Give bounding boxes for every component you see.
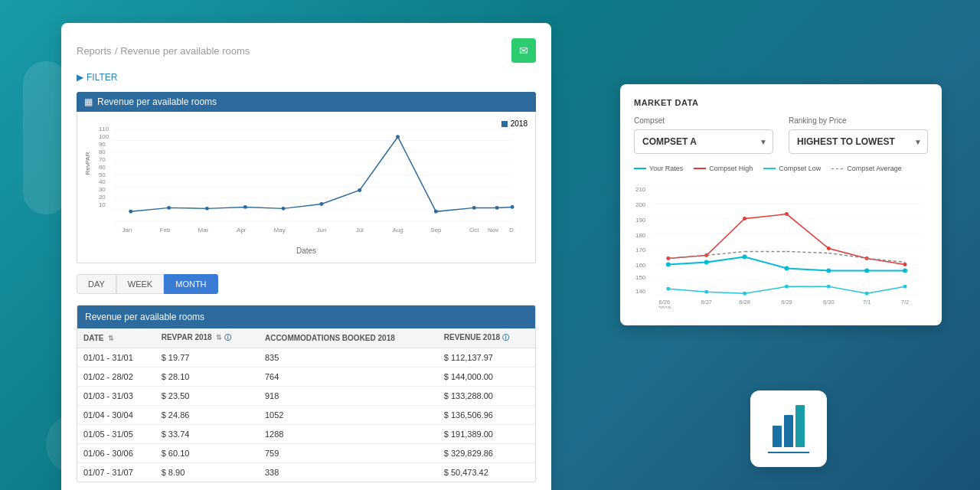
svg-text:90: 90 bbox=[99, 141, 106, 148]
chart-header: ▦ Revenue per available rooms bbox=[77, 92, 536, 112]
market-legend: Your Rates Compset High Compset Low Comp… bbox=[634, 165, 928, 172]
svg-text:20: 20 bbox=[99, 194, 106, 201]
data-table: DATE ⇅ REVPAR 2018 ⇅ ⓘ ACCOMMODATIONS BO… bbox=[77, 328, 535, 482]
chart-legend: 2018 bbox=[501, 119, 528, 128]
data-table-container: Revenue per available rooms DATE ⇅ REVPA… bbox=[77, 305, 536, 482]
info-icon-revenue: ⓘ bbox=[502, 334, 509, 341]
svg-text:RevPAR: RevPAR bbox=[85, 152, 91, 175]
revenue-chart: ▦ Revenue per available rooms 2018 110 1… bbox=[77, 92, 536, 263]
svg-point-30 bbox=[472, 206, 476, 210]
svg-text:80: 80 bbox=[99, 149, 106, 155]
legend-your-rates: Your Rates bbox=[634, 165, 683, 172]
svg-point-80 bbox=[865, 292, 869, 296]
svg-point-78 bbox=[785, 285, 789, 289]
day-button[interactable]: DAY bbox=[77, 274, 116, 294]
svg-point-24 bbox=[243, 205, 247, 209]
svg-text:170: 170 bbox=[635, 247, 646, 253]
svg-point-64 bbox=[784, 266, 789, 270]
svg-text:6/29: 6/29 bbox=[781, 299, 792, 305]
svg-text:150: 150 bbox=[635, 274, 646, 281]
icon-card bbox=[750, 390, 827, 467]
svg-text:6/30: 6/30 bbox=[823, 299, 835, 305]
col-accommodations: ACCOMMODATIONS BOOKED 2018 bbox=[259, 328, 438, 348]
svg-text:200: 200 bbox=[635, 201, 646, 208]
info-icon: ⓘ bbox=[224, 334, 231, 341]
svg-text:30: 30 bbox=[99, 186, 106, 193]
compset-control: Compset COMPSET A COMPSET B COMPSET C ▼ bbox=[634, 116, 773, 154]
svg-text:May: May bbox=[274, 227, 286, 234]
chart-legend-year: 2018 bbox=[511, 119, 528, 128]
compset-select[interactable]: COMPSET A COMPSET B COMPSET C bbox=[634, 129, 773, 154]
svg-line-85 bbox=[786, 251, 828, 253]
table-header: Revenue per available rooms bbox=[77, 305, 535, 328]
chart-x-label: Dates bbox=[85, 247, 528, 255]
page-subtitle: / Revenue per available rooms bbox=[115, 45, 250, 57]
bar-icon bbox=[773, 405, 805, 452]
svg-point-31 bbox=[495, 206, 499, 210]
table-row: 01/04 - 30/04 $ 24.86 1052 $ 136,506.96 bbox=[77, 406, 535, 425]
svg-point-70 bbox=[743, 217, 746, 220]
table-row: 01/03 - 31/03 $ 23.50 918 $ 133,288.00 bbox=[77, 387, 535, 406]
table-row: 01/01 - 31/01 $ 19.77 835 $ 112,137.97 bbox=[77, 348, 535, 368]
svg-text:70: 70 bbox=[99, 156, 106, 163]
svg-point-29 bbox=[434, 210, 438, 214]
bar-3 bbox=[795, 405, 805, 447]
line-chart-svg: 110 100 90 80 70 60 50 40 30 20 10 RevPA… bbox=[85, 119, 528, 242]
filter-label: FILTER bbox=[87, 72, 117, 83]
bar-2 bbox=[784, 415, 793, 447]
table-row: 01/06 - 30/06 $ 60.10 759 $ 329,829.86 bbox=[77, 444, 535, 463]
svg-text:Nov: Nov bbox=[488, 227, 498, 234]
market-chart-svg: 210 200 190 180 170 160 150 140 bbox=[634, 178, 928, 309]
week-button[interactable]: WEEK bbox=[116, 274, 164, 294]
bar-icon-container bbox=[768, 405, 809, 453]
svg-point-66 bbox=[864, 268, 869, 273]
table-row: 01/07 - 31/07 $ 8.90 338 $ 50,473.42 bbox=[77, 463, 535, 482]
col-revenue: REVENUE 2018 ⓘ bbox=[438, 328, 535, 348]
svg-point-74 bbox=[903, 263, 907, 266]
sort-icon[interactable]: ⇅ bbox=[108, 335, 114, 342]
sort-icon[interactable]: ⇅ bbox=[216, 334, 222, 341]
svg-text:160: 160 bbox=[635, 262, 646, 269]
svg-point-25 bbox=[282, 207, 286, 211]
svg-point-23 bbox=[205, 207, 209, 211]
legend-line-compset-avg bbox=[831, 168, 844, 169]
svg-text:60: 60 bbox=[99, 164, 106, 171]
svg-point-26 bbox=[319, 202, 323, 206]
svg-text:D.: D. bbox=[509, 227, 515, 234]
table-header-row: DATE ⇅ REVPAR 2018 ⇅ ⓘ ACCOMMODATIONS BO… bbox=[77, 328, 535, 348]
col-date: DATE ⇅ bbox=[77, 328, 155, 348]
market-data-title: MARKET DATA bbox=[634, 98, 928, 107]
reports-header: Reports / Revenue per available rooms ✉ bbox=[77, 38, 536, 63]
svg-point-61 bbox=[666, 262, 671, 266]
svg-text:180: 180 bbox=[635, 232, 646, 239]
col-revpar: REVPAR 2018 ⇅ ⓘ bbox=[155, 328, 259, 348]
svg-point-27 bbox=[358, 188, 361, 192]
svg-text:Mar: Mar bbox=[198, 227, 209, 234]
svg-text:6/28: 6/28 bbox=[739, 299, 750, 305]
svg-text:190: 190 bbox=[635, 217, 646, 224]
svg-text:Oct: Oct bbox=[469, 227, 479, 234]
table-body: 01/01 - 31/01 $ 19.77 835 $ 112,137.97 0… bbox=[77, 348, 535, 482]
svg-point-72 bbox=[827, 247, 831, 250]
email-button[interactable]: ✉ bbox=[511, 38, 536, 63]
svg-text:Jun: Jun bbox=[317, 227, 327, 234]
svg-point-81 bbox=[903, 285, 907, 289]
chart-title: Revenue per available rooms bbox=[97, 96, 217, 107]
bar-1 bbox=[773, 426, 782, 447]
svg-text:Jan: Jan bbox=[122, 227, 132, 234]
svg-text:Aug: Aug bbox=[392, 227, 403, 234]
ranking-select[interactable]: HIGHEST TO LOWEST LOWEST TO HIGHEST bbox=[789, 129, 928, 154]
legend-color-box bbox=[501, 121, 508, 127]
filter-chevron-icon: ▶ bbox=[77, 72, 83, 83]
svg-text:210: 210 bbox=[635, 186, 646, 193]
bar-base-line bbox=[768, 452, 809, 453]
table-row: 01/05 - 31/05 $ 33.74 1288 $ 191,389.00 bbox=[77, 425, 535, 444]
filter-toggle[interactable]: ▶ FILTER bbox=[77, 72, 536, 83]
svg-text:40: 40 bbox=[99, 178, 106, 185]
legend-compset-avg: Compset Average bbox=[831, 165, 901, 172]
month-button[interactable]: MONTH bbox=[164, 274, 217, 294]
svg-text:140: 140 bbox=[635, 288, 646, 295]
svg-point-76 bbox=[704, 290, 708, 294]
svg-text:100: 100 bbox=[99, 133, 109, 140]
svg-point-71 bbox=[785, 212, 789, 216]
